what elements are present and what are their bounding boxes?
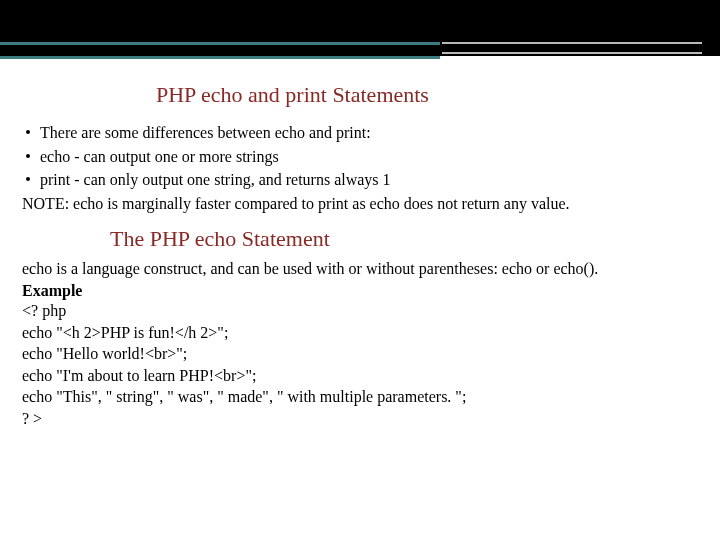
code-line: echo "<h 2>PHP is fun!</h 2>";: [22, 322, 700, 344]
accent-bar-gray-lower: [442, 52, 702, 54]
code-block: <? php echo "<h 2>PHP is fun!</h 2>"; ec…: [22, 300, 700, 430]
bullet-icon: [26, 154, 30, 158]
list-item: echo - can output one or more strings: [22, 146, 700, 168]
code-line: <? php: [22, 300, 700, 322]
example-label: Example: [22, 282, 700, 300]
note-text: NOTE: echo is marginally faster compared…: [22, 193, 700, 215]
accent-bar-gray-upper: [442, 42, 702, 44]
list-item-text: There are some differences between echo …: [40, 122, 700, 144]
slide-header-band: [0, 0, 720, 56]
list-item-text: echo - can output one or more strings: [40, 146, 700, 168]
bullet-icon: [26, 130, 30, 134]
list-item-text: print - can only output one string, and …: [40, 169, 700, 191]
accent-bar-teal: [0, 42, 440, 45]
subheading: The PHP echo Statement: [110, 226, 700, 252]
code-line: echo "I'm about to learn PHP!<br>";: [22, 365, 700, 387]
accent-bar-teal-below: [0, 56, 440, 59]
bullet-icon: [26, 177, 30, 181]
list-item: There are some differences between echo …: [22, 122, 700, 144]
slide-title: PHP echo and print Statements: [156, 82, 700, 108]
code-line: echo "Hello world!<br>";: [22, 343, 700, 365]
bullet-list: There are some differences between echo …: [22, 122, 700, 191]
code-line: ? >: [22, 408, 700, 430]
paragraph-text: echo is a language construct, and can be…: [22, 258, 700, 280]
code-line: echo "This", " string", " was", " made",…: [22, 386, 700, 408]
list-item: print - can only output one string, and …: [22, 169, 700, 191]
